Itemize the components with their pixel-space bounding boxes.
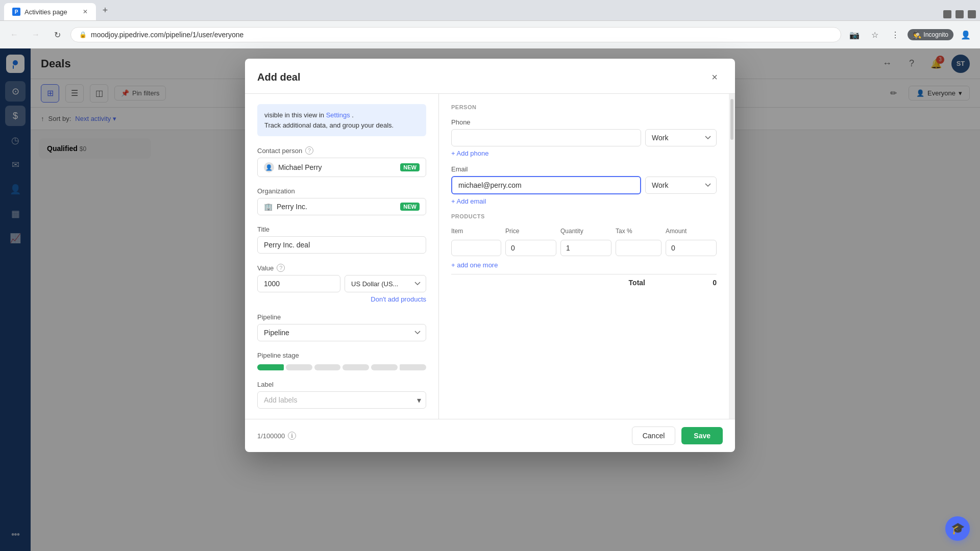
add-deal-modal: Add deal × visible in this view in Setti… [245,59,735,452]
title-group: Title [257,226,426,254]
counter-value: 1/100000 [257,432,285,440]
camera-icon[interactable]: 📷 [846,27,863,43]
app-container: ⊙ $ ◷ ✉ 👤 ▦ 📈 ••• Deals [0,48,980,551]
organization-field[interactable] [277,203,396,211]
modal-title: Add deal [257,71,300,83]
graduation-cap-icon: 🎓 [951,522,965,535]
person-section-label: PERSON [451,104,717,110]
dont-add-products-link[interactable]: Don't add products [371,295,426,303]
counter-text: 1/100000 ℹ [257,432,296,440]
pipeline-stage-label: Pipeline stage [257,352,426,359]
person-avatar-icon: 👤 [264,162,274,172]
email-row: Work [451,176,717,194]
stage-dot-5[interactable] [371,364,398,370]
stage-dot-2[interactable] [286,364,312,370]
profile-icon[interactable]: 👤 [958,27,974,43]
product-amount-input[interactable] [666,240,717,256]
email-type-select[interactable]: Work [645,177,717,194]
pipeline-group: Pipeline Pipeline [257,313,426,341]
product-quantity-input[interactable] [560,240,611,256]
url-text: moodjoy.pipedrive.com/pipeline/1/user/ev… [91,31,832,39]
email-input[interactable] [451,176,641,194]
contact-person-input[interactable]: 👤 NEW [257,158,426,177]
value-row: US Dollar (US... [257,275,426,292]
browser-tab-active[interactable]: P Activities page ✕ [4,3,96,20]
email-group: Email Work + Add email [451,165,717,205]
back-btn[interactable]: ← [6,27,22,43]
label-select[interactable]: Add labels [257,391,426,409]
modal-body: visible in this view in Settings . Track… [245,94,735,419]
label-label: Label [257,381,426,388]
pipeline-label: Pipeline [257,313,426,321]
browser-toolbar: ← → ↻ 🔒 moodjoy.pipedrive.com/pipeline/1… [0,20,980,48]
help-fab[interactable]: 🎓 [945,516,970,541]
tab-close-btn[interactable]: ✕ [83,8,88,15]
incognito-label: Incognito [923,31,948,38]
contact-help-icon[interactable]: ? [305,146,313,155]
value-label: Value ? [257,264,426,272]
pipeline-select[interactable]: Pipeline [257,324,426,341]
close-window-btn[interactable] [968,10,976,18]
incognito-badge: 🕵 Incognito [908,29,953,40]
phone-row: Work [451,129,717,146]
stage-dot-3[interactable] [314,364,341,370]
contact-person-group: Contact person ? 👤 NEW [257,146,426,177]
add-email-link[interactable]: + Add email [451,197,717,205]
total-label: Total [629,279,645,287]
total-value: 0 [666,279,717,287]
add-phone-link[interactable]: + Add phone [451,149,717,157]
forward-btn[interactable]: → [28,27,44,43]
cancel-button[interactable]: Cancel [632,427,676,445]
modal-left-panel: visible in this view in Settings . Track… [245,94,439,419]
col-tax: Tax % [616,228,662,235]
star-icon[interactable]: ☆ [867,27,883,43]
organization-label: Organization [257,187,426,195]
stage-dot-4[interactable] [342,364,369,370]
stage-dot-1[interactable] [257,364,284,370]
currency-select[interactable]: US Dollar (US... [345,275,426,292]
product-item-input[interactable] [451,240,501,256]
refresh-btn[interactable]: ↻ [49,27,65,43]
modal-overlay: Add deal × visible in this view in Setti… [0,48,980,551]
value-input[interactable] [257,275,340,292]
total-row: Total 0 [451,274,717,287]
col-quantity: Quantity [560,228,611,235]
building-icon: 🏢 [264,203,273,211]
email-label: Email [451,165,717,173]
toolbar-actions: 📷 ☆ ⋮ 🕵 Incognito 👤 [846,27,974,43]
products-section-label: PRODUCTS [451,213,717,219]
info-banner: visible in this view in Settings . Track… [257,104,426,136]
contact-new-badge: NEW [400,163,420,171]
settings-link[interactable]: Settings [326,111,350,119]
phone-input[interactable] [451,129,641,146]
contact-person-field[interactable] [278,163,396,171]
maximize-btn[interactable] [955,10,964,18]
minimize-btn[interactable] [943,10,951,18]
contact-person-label: Contact person ? [257,146,426,155]
value-group: Value ? US Dollar (US... Don't add produ… [257,264,426,303]
right-panel-scrollbar[interactable] [729,94,735,419]
counter-info-icon[interactable]: ℹ [288,432,296,440]
address-bar[interactable]: 🔒 moodjoy.pipedrive.com/pipeline/1/user/… [70,27,841,42]
new-tab-button[interactable]: + [98,3,112,17]
modal-header: Add deal × [245,59,735,94]
browser-chrome: P Activities page ✕ + ← → ↻ 🔒 moodjoy.pi… [0,0,980,48]
lock-icon: 🔒 [79,31,87,38]
label-select-wrapper: Add labels ▾ [257,391,426,409]
add-one-more-link[interactable]: + add one more [451,261,717,269]
products-header-row: Item Price Quantity Tax % Amount [451,228,717,235]
stage-dot-6[interactable] [400,364,426,370]
product-tax-input[interactable] [616,240,662,256]
products-section: Item Price Quantity Tax % Amount [451,228,717,287]
organization-input[interactable]: 🏢 NEW [257,198,426,215]
value-help-icon[interactable]: ? [277,264,285,272]
phone-group: Phone Work + Add phone [451,118,717,157]
browser-menu-icon[interactable]: ⋮ [887,27,903,43]
product-price-input[interactable] [505,240,556,256]
save-button[interactable]: Save [681,427,723,444]
phone-type-select[interactable]: Work [645,129,717,146]
pipeline-stage-bar[interactable] [257,364,426,370]
title-input[interactable] [257,236,426,254]
modal-right-panel: PERSON Phone Work + Add phone [439,94,729,419]
modal-close-btn[interactable]: × [706,69,723,85]
